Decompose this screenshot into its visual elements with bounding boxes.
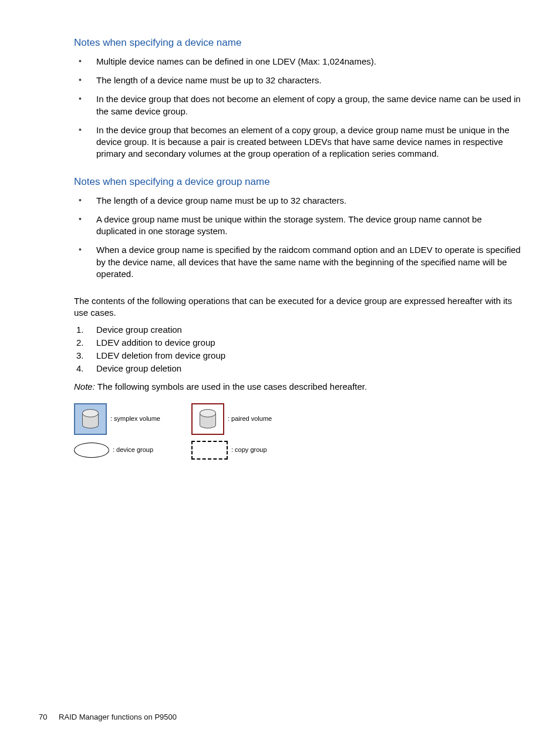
list-item: The length of a device name must be up t… xyxy=(74,75,521,93)
note-label: Note: xyxy=(74,382,95,391)
legend-cell: : paired volume xyxy=(191,403,309,435)
note-text: The following symbols are used in the us… xyxy=(97,382,367,391)
list-item: In the device group that does not become… xyxy=(74,93,521,124)
list-item: Device group deletion xyxy=(74,363,521,376)
document-page: Notes when specifying a device name Mult… xyxy=(0,0,560,746)
copy-group-icon xyxy=(191,441,228,460)
list-item: LDEV deletion from device group xyxy=(74,350,521,363)
section-heading-device-name: Notes when specifying a device name xyxy=(74,36,521,50)
page-footer: 70 RAID Manager functions on P9500 xyxy=(39,712,177,723)
symbol-legend: : symplex volume : paired volume : devic… xyxy=(74,403,521,460)
device-group-icon xyxy=(74,443,109,458)
page-number: 70 xyxy=(39,713,47,721)
intro-paragraph: The contents of the following operations… xyxy=(74,295,521,319)
cylinder-icon xyxy=(200,409,216,428)
legend-row: : symplex volume : paired volume xyxy=(74,403,521,435)
section-heading-device-group-name: Notes when specifying a device group nam… xyxy=(74,175,521,189)
note-line: Note: The following symbols are used in … xyxy=(74,381,521,393)
legend-cell: : symplex volume xyxy=(74,403,191,435)
list-item: The length of a device group name must b… xyxy=(74,195,521,214)
cylinder-icon xyxy=(82,409,99,428)
list-item: When a device group name is specified by… xyxy=(74,244,521,287)
list-item: Device group creation xyxy=(74,324,521,337)
legend-cell: : copy group xyxy=(191,441,309,460)
paired-volume-icon xyxy=(191,403,224,435)
list-item: Multiple device names can be defined in … xyxy=(74,56,521,75)
list-item: In the device group that becomes an elem… xyxy=(74,124,521,167)
operations-list: Device group creation LDEV addition to d… xyxy=(39,324,521,376)
bullet-list-device-name: Multiple device names can be defined in … xyxy=(39,56,521,167)
legend-label-simplex: : symplex volume xyxy=(110,414,160,423)
legend-label-copy-group: : copy group xyxy=(231,445,267,454)
legend-row: : device group : copy group xyxy=(74,441,521,460)
legend-label-device-group: : device group xyxy=(113,445,153,454)
legend-label-paired: : paired volume xyxy=(228,414,272,423)
simplex-volume-icon xyxy=(74,403,107,435)
legend-cell: : device group xyxy=(74,443,191,458)
list-item: A device group name must be unique withi… xyxy=(74,214,521,245)
bullet-list-device-group-name: The length of a device group name must b… xyxy=(39,195,521,288)
list-item: LDEV addition to device group xyxy=(74,337,521,350)
footer-title: RAID Manager functions on P9500 xyxy=(59,713,177,721)
